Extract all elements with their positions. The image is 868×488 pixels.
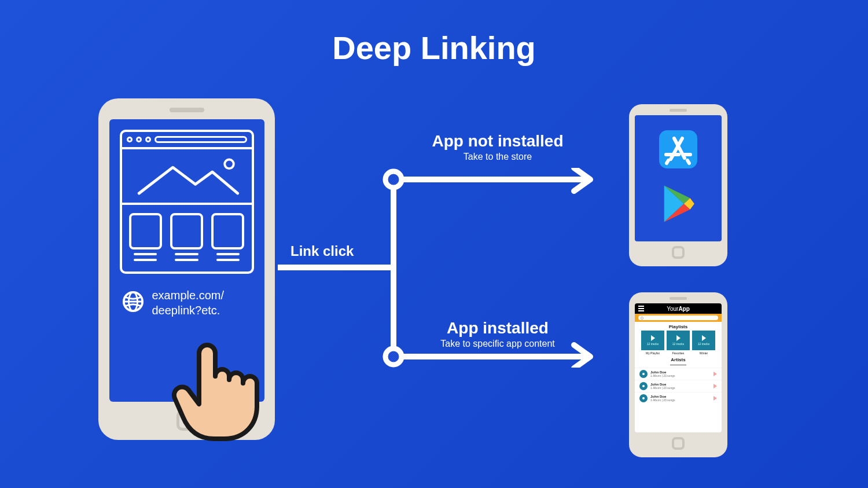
playlist-row: 12 tracks My Playlist 12 tracks Favorite…: [635, 331, 722, 355]
playlist-tile: 12 tracks My Playlist: [641, 331, 664, 355]
artist-row: John Doe1 Album | 23 songs: [635, 368, 722, 380]
branch-installed: App installed Take to specific app conte…: [393, 319, 602, 349]
search-icon: [641, 317, 643, 320]
globe-icon: [122, 291, 144, 315]
phone-speaker: [170, 108, 204, 112]
app-search-bar: [635, 314, 722, 322]
playlist-tile: 12 tracks Winter: [692, 331, 715, 355]
branch-not-installed: App not installed Take to the store: [393, 132, 602, 162]
playlist-tile: 12 tracks Favorites: [667, 331, 690, 355]
artist-row: John Doe1 Album | 23 songs: [635, 392, 722, 404]
app-store-icon: [659, 130, 697, 171]
browser-hero-image: [122, 149, 252, 205]
deep-link-row[interactable]: example.com/ deeplink?etc.: [120, 288, 254, 318]
source-phone-screen: example.com/ deeplink?etc.: [109, 119, 264, 402]
page-title: Deep Linking: [0, 29, 868, 67]
svg-line-15: [667, 160, 668, 163]
store-phone: [629, 104, 727, 266]
play-store-icon: [658, 184, 698, 226]
artist-avatar-icon: [639, 370, 648, 378]
section-playlists: Playlists: [635, 324, 722, 329]
app-header: YourApp: [635, 303, 722, 314]
section-artists: Artists: [635, 357, 722, 362]
play-icon: [713, 372, 717, 376]
deep-link-url: example.com/ deeplink?etc.: [152, 288, 225, 318]
browser-card-row: [122, 205, 252, 271]
svg-point-0: [225, 160, 234, 169]
menu-icon: [638, 306, 644, 313]
home-button-icon: [176, 410, 197, 431]
source-phone: example.com/ deeplink?etc.: [98, 98, 275, 440]
artist-row: John Doe1 Album | 23 songs: [635, 380, 722, 392]
svg-line-16: [687, 160, 689, 163]
browser-wireframe: [120, 130, 254, 274]
link-click-label: Link click: [290, 243, 354, 259]
app-phone: YourApp Playlists 12 tracks My Playlist …: [629, 292, 727, 457]
app-brand: App: [678, 306, 689, 312]
svg-point-9: [385, 348, 402, 365]
svg-point-8: [385, 171, 402, 188]
browser-toolbar: [122, 132, 252, 149]
